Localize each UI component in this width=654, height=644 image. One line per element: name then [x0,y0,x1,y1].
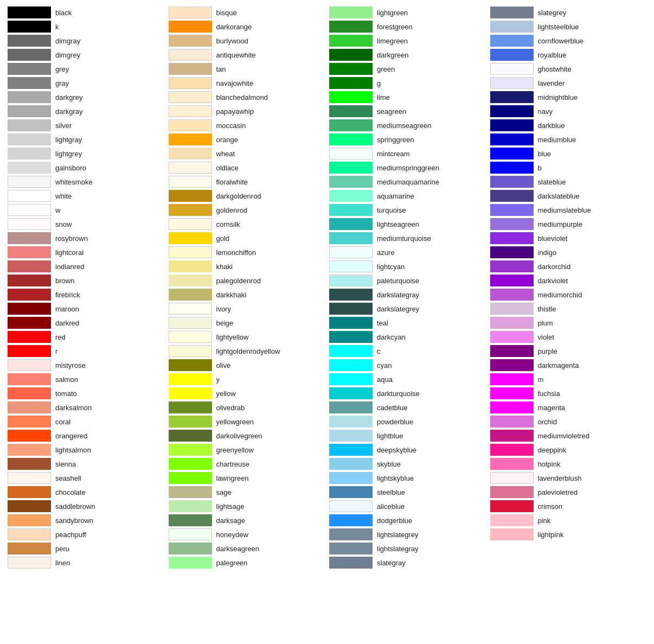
color-label: dimgray [55,37,80,45]
color-row: magenta [488,400,649,415]
color-row: mistyrose [5,358,166,372]
color-label: antiquewhite [216,51,256,59]
color-label: blueviolet [538,234,568,243]
color-label: sienna [55,460,76,468]
color-row: lightgrey [5,146,166,161]
color-row: lavender [488,76,649,90]
color-row: darkblue [488,118,649,132]
color-row: sandybrown [5,513,166,527]
color-label: tomato [55,390,77,398]
color-row: red [5,330,166,344]
color-label: y [216,375,220,384]
color-swatch [8,176,51,188]
color-swatch [490,148,534,160]
color-label: darksalmon [55,404,92,412]
color-row: gold [166,231,328,245]
color-swatch [490,260,534,272]
color-swatch [8,317,51,329]
color-swatch [329,246,373,258]
color-label: saddlebrown [55,502,95,511]
color-label: lightslategrey [377,531,419,539]
color-row: purple [488,344,649,358]
color-label: darkseagreen [216,545,260,553]
color-label: chartreuse [216,460,249,468]
color-row: slategrey [488,5,649,20]
color-label: olive [216,361,231,369]
color-label: lightblue [377,432,403,440]
color-swatch [490,486,534,498]
color-label: coral [55,418,70,426]
color-row: orange [166,132,328,146]
color-label: lawngreen [216,474,249,482]
color-swatch [8,204,51,216]
color-swatch [8,514,51,526]
color-swatch [169,21,212,33]
color-label: crimson [538,502,563,511]
color-row: honeydew [166,527,328,541]
color-label: blue [538,150,552,158]
color-swatch [8,543,51,554]
color-swatch [329,472,373,484]
color-label: w [55,206,60,214]
color-label: darkgreen [377,51,409,59]
color-row: mediumturquoise [327,231,488,245]
color-swatch [169,557,212,569]
color-label: cadetblue [377,404,407,412]
color-swatch [329,105,373,117]
color-swatch [169,190,212,202]
color-label: thistle [538,305,556,313]
color-swatch [8,472,51,484]
color-row: teal [327,316,488,330]
color-label: seashell [55,474,81,482]
color-row: violet [488,330,649,344]
color-row: cornsilk [166,217,328,231]
color-label: g [377,79,381,87]
color-label: turquoise [377,206,406,214]
color-label: k [55,23,59,31]
color-row: darkturquoise [327,386,488,400]
color-label: deepskyblue [377,446,416,454]
color-row: darkviolet [488,273,649,288]
color-row: deeppink [488,443,649,457]
color-label: greenyellow [216,446,254,454]
color-label: chocolate [55,488,86,496]
color-row: mintcream [327,146,488,161]
color-row: chocolate [5,485,166,499]
color-swatch [490,387,534,399]
color-row: ivory [166,302,328,316]
color-label: aqua [377,375,393,384]
color-row: peru [5,541,166,556]
color-row: mediumslateblue [488,203,649,217]
color-label: moccasin [216,122,246,130]
color-swatch [169,246,212,258]
color-label: m [538,375,544,384]
color-swatch [169,148,212,160]
color-row: papayawhip [166,104,328,118]
color-label: lightgrey [55,150,82,158]
color-swatch [169,105,212,117]
color-label: aquamarine [377,192,414,200]
color-label: floralwhite [216,178,248,186]
color-row: orchid [488,415,649,429]
color-row: steelblue [327,485,488,499]
color-row: aquamarine [327,189,488,203]
color-row: mediumblue [488,132,649,146]
color-row: lightgreen [327,5,488,20]
color-swatch [490,204,534,216]
color-row: darkred [5,316,166,330]
color-row: thistle [488,302,649,316]
color-row: sage [166,485,328,499]
color-label: indigo [538,248,557,257]
color-swatch [490,49,534,61]
color-row: yellow [166,386,328,400]
color-label: steelblue [377,488,405,496]
color-row: palegoldenrod [166,273,328,288]
color-row: lightpink [488,527,649,541]
color-row: palegreen [166,556,328,570]
color-swatch [329,119,373,131]
color-label: lightcoral [55,248,84,257]
color-label: violet [538,333,554,341]
color-row: darkslategrey [327,302,488,316]
color-row: indianred [5,259,166,273]
color-label: olivedrab [216,404,245,412]
